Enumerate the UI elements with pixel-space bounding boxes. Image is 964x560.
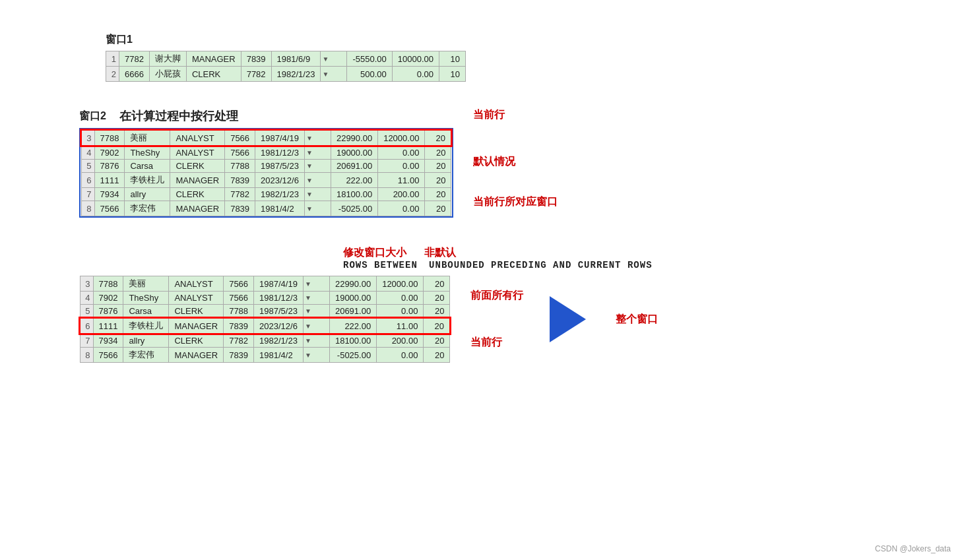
section2-title: 窗口2 在计算过程中按行处理	[79, 108, 453, 124]
table-cell-col2: 李铁柱儿	[123, 318, 169, 334]
section2-annotations: 当前行 默认情况 当前行所对应窗口	[473, 108, 558, 209]
table-cell-col8: 0.00	[378, 160, 425, 173]
table-cell-col6: ▼	[304, 188, 331, 201]
table-cell-col9: 20	[424, 292, 450, 305]
table-cell-col8: 0.00	[378, 201, 425, 216]
table-row: 47902TheShyANALYST75661981/12/3▼19000.00…	[80, 292, 450, 305]
table-cell-col6: ▼	[303, 334, 329, 348]
table-cell-col9: 20	[424, 318, 450, 334]
table-cell-col8: 10000.00	[392, 51, 439, 67]
table-cell-col2: 李宏伟	[123, 348, 169, 363]
table-cell-col9: 20	[424, 305, 450, 319]
table-cell-col9: 10	[439, 67, 465, 82]
table-cell-col7: 222.00	[329, 318, 376, 334]
annotation-current-row: 当前行	[473, 108, 558, 122]
table-cell-col3: CLERK	[169, 305, 224, 319]
table-cell-col6: ▼	[303, 305, 329, 319]
table-row: 57876CarsaCLERK77881987/5/23▼20691.000.0…	[81, 160, 451, 173]
section3-rows-between: ROWS BETWEEN	[343, 260, 418, 270]
table-cell-num: 4	[81, 146, 94, 160]
table-cell-col1: 1111	[93, 318, 123, 334]
table-cell-col2: allry	[125, 188, 170, 201]
table-cell-col9: 20	[425, 188, 451, 201]
table-row: 77934allryCLERK77821982/1/23▼18100.00200…	[81, 188, 451, 201]
table-cell-col3: ANALYST	[170, 146, 225, 160]
table-cell-col7: 20691.00	[329, 305, 376, 319]
table-cell-col5: 1987/4/19	[254, 276, 304, 292]
section3-table: 37788美丽ANALYST75661987/4/19▼22990.001200…	[79, 276, 451, 363]
section3-body: 37788美丽ANALYST75661987/4/19▼22990.001200…	[79, 276, 924, 363]
table-cell-col7: -5025.00	[331, 201, 377, 216]
table-cell-num: 8	[80, 348, 93, 363]
table-cell-num: 2	[106, 67, 119, 82]
table-cell-col9: 20	[425, 146, 451, 160]
table-cell-col5: 2023/12/6	[254, 318, 304, 334]
table-row: 26666小屁孩CLERK77821982/1/23▼500.000.0010	[106, 67, 466, 82]
table-cell-col1: 7566	[93, 348, 123, 363]
table-cell-num: 4	[80, 292, 93, 305]
watermark: CSDN @Jokers_data	[875, 544, 951, 553]
table-cell-col1: 7902	[94, 146, 125, 160]
table-cell-col7: 19000.00	[329, 292, 376, 305]
table-cell-col8: 0.00	[377, 348, 424, 363]
table-cell-col5: 1981/4/2	[255, 201, 305, 216]
annotation-current-row2: 当前行	[470, 336, 523, 350]
section1-title: 窗口1	[106, 33, 924, 47]
table-row: 47902TheShyANALYST75661981/12/3▼19000.00…	[81, 146, 451, 160]
section3-header: 修改窗口大小 非默认 ROWS BETWEEN UNBOUNDED PRECED…	[343, 246, 924, 270]
table-cell-col2: Carsa	[125, 160, 170, 173]
section2: 窗口2 在计算过程中按行处理 37788美丽ANALYST75661987/4/…	[79, 108, 924, 220]
table-row: 37788美丽ANALYST75661987/4/19▼22990.001200…	[81, 130, 451, 146]
table-cell-col6: ▼	[321, 67, 347, 82]
table-cell-col4: 7566	[224, 292, 254, 305]
big-arrow-icon	[550, 293, 589, 346]
table-cell-col8: 11.00	[378, 173, 425, 188]
table-cell-col3: ANALYST	[169, 276, 224, 292]
table-cell-col2: Carsa	[123, 305, 169, 319]
annotation-default: 默认情况	[473, 155, 558, 169]
table-cell-col3: MANAGER	[169, 318, 224, 334]
table-cell-col1: 7876	[94, 160, 125, 173]
table-cell-col9: 20	[425, 160, 451, 173]
table-cell-col6: ▼	[303, 318, 329, 334]
table-cell-col3: MANAGER	[170, 201, 225, 216]
table-cell-col8: 0.00	[392, 67, 439, 82]
table-cell-num: 7	[81, 188, 94, 201]
section2-table: 37788美丽ANALYST75661987/4/19▼22990.001200…	[80, 129, 452, 216]
table-cell-col4: 7788	[225, 160, 255, 173]
table-row: 37788美丽ANALYST75661987/4/19▼22990.001200…	[80, 276, 450, 292]
table-cell-col3: ANALYST	[170, 130, 225, 146]
table-cell-col9: 10	[439, 51, 465, 67]
table-cell-col9: 20	[424, 276, 450, 292]
table-cell-col4: 7566	[224, 276, 254, 292]
table-cell-col2: TheShy	[125, 146, 170, 160]
table-cell-col8: 11.00	[377, 318, 424, 334]
table-cell-col3: MANAGER	[186, 51, 241, 67]
table-cell-col3: CLERK	[169, 334, 224, 348]
table-cell-col3: CLERK	[186, 67, 241, 82]
section2-window-box: 37788美丽ANALYST75661987/4/19▼22990.001200…	[79, 128, 453, 218]
table-row: 61111李铁柱儿MANAGER78392023/12/6▼222.0011.0…	[80, 318, 450, 334]
table-cell-col4: 7782	[241, 67, 271, 82]
table-cell-col3: MANAGER	[169, 348, 224, 363]
table-cell-num: 7	[80, 334, 93, 348]
table-cell-col5: 2023/12/6	[255, 173, 305, 188]
section3-annotations: 前面所有行 当前行 整个窗口	[470, 276, 658, 350]
table-cell-col1: 7876	[93, 305, 123, 319]
table-cell-col1: 7788	[93, 276, 123, 292]
table-cell-col5: 1987/5/23	[255, 160, 305, 173]
table-cell-col3: CLERK	[170, 160, 225, 173]
section1-table: 17782谢大脚MANAGER78391981/6/9▼-5550.001000…	[106, 51, 466, 82]
table-cell-col5: 1982/1/23	[255, 188, 305, 201]
table-cell-col1: 7782	[119, 51, 150, 67]
table-cell-col5: 1982/1/23	[271, 67, 321, 82]
table-cell-col7: 222.00	[331, 173, 377, 188]
table-cell-col5: 1981/6/9	[271, 51, 321, 67]
table-cell-col5: 1981/12/3	[255, 146, 305, 160]
table-cell-col8: 0.00	[377, 305, 424, 319]
table-cell-col7: 18100.00	[331, 188, 377, 201]
section3-non-default-label: 非默认	[424, 247, 456, 258]
section1-title-text: 窗口1	[106, 33, 133, 47]
table-cell-col2: 李铁柱儿	[125, 173, 170, 188]
section3-unbounded: UNBOUNDED PRECEDING AND CURRENT ROWS	[429, 260, 652, 270]
